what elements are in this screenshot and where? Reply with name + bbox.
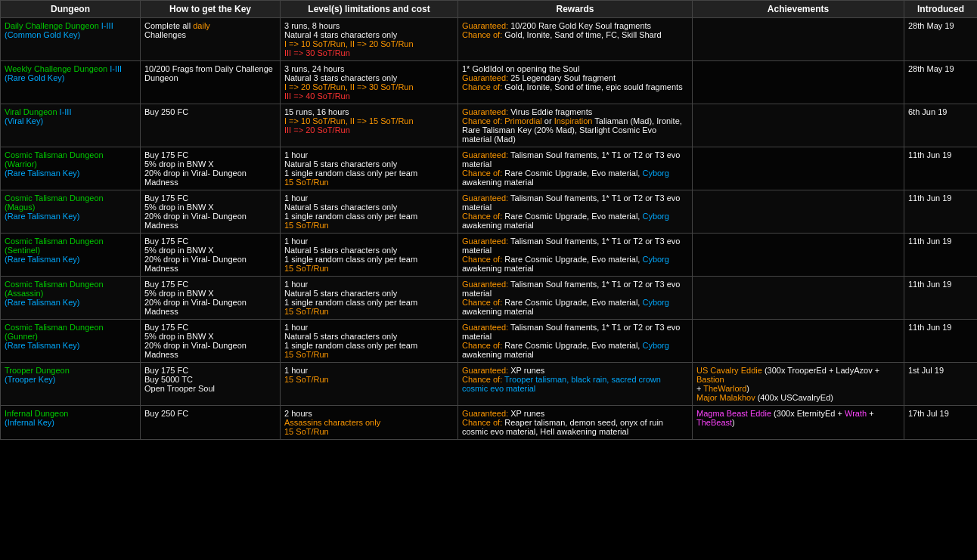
key-cell: Buy 250 FC bbox=[141, 406, 281, 440]
achievements-cell bbox=[693, 277, 904, 320]
introduced-cell: 28th May 19 bbox=[904, 61, 978, 104]
dungeon-cell: Daily Challenge Dungeon I-III(Common Gol… bbox=[1, 18, 141, 61]
header-rewards: Rewards bbox=[458, 1, 693, 18]
levels-cell: 3 runs, 8 hoursNatural 4 stars character… bbox=[281, 18, 458, 61]
levels-cell: 1 hourNatural 5 stars characters only1 s… bbox=[281, 147, 458, 190]
rewards-cell: Guaranteed: XP runesChance of: Reaper ta… bbox=[458, 406, 693, 440]
header-key: How to get the Key bbox=[141, 1, 281, 18]
rewards-cell: Guaranteed: XP runesChance of: Trooper t… bbox=[458, 363, 693, 406]
dungeon-cell: Cosmic Talisman Dungeon (Assassin)(Rare … bbox=[1, 277, 141, 320]
levels-cell: 15 runs, 16 hoursI => 10 SoT/Run, II => … bbox=[281, 104, 458, 147]
introduced-cell: 28th May 19 bbox=[904, 18, 978, 61]
rewards-cell: Guaranteed: Virus Eddie fragmentsChance … bbox=[458, 104, 693, 147]
key-cell: Buy 175 FC5% drop in BNW X20% drop in Vi… bbox=[141, 234, 281, 277]
table-row: Daily Challenge Dungeon I-III(Common Gol… bbox=[1, 18, 978, 61]
levels-cell: 2 hoursAssassins characters only15 SoT/R… bbox=[281, 406, 458, 440]
levels-cell: 1 hour15 SoT/Run bbox=[281, 363, 458, 406]
header-introduced: Introduced bbox=[904, 1, 978, 18]
levels-cell: 1 hourNatural 5 stars characters only1 s… bbox=[281, 190, 458, 234]
introduced-cell: 17th Jul 19 bbox=[904, 406, 978, 440]
introduced-cell: 11th Jun 19 bbox=[904, 234, 978, 277]
table-row: Viral Dungeon I-III(Viral Key)Buy 250 FC… bbox=[1, 104, 978, 147]
header-levels: Level(s) limitations and cost bbox=[281, 1, 458, 18]
key-cell: Buy 175 FC5% drop in BNW X20% drop in Vi… bbox=[141, 277, 281, 320]
key-cell: Buy 250 FC bbox=[141, 104, 281, 147]
key-cell: Buy 175 FC5% drop in BNW X20% drop in Vi… bbox=[141, 320, 281, 363]
rewards-cell: Guaranteed: Talisman Soul framents, 1* T… bbox=[458, 234, 693, 277]
achievements-cell bbox=[693, 104, 904, 147]
introduced-cell: 1st Jul 19 bbox=[904, 363, 978, 406]
dungeon-cell: Viral Dungeon I-III(Viral Key) bbox=[1, 104, 141, 147]
key-cell: Complete all dailyChallenges bbox=[141, 18, 281, 61]
dungeon-cell: Infernal Dungeon(Infernal Key) bbox=[1, 406, 141, 440]
dungeon-cell: Cosmic Talisman Dungeon (Warrior)(Rare T… bbox=[1, 147, 141, 190]
achievements-cell bbox=[693, 61, 904, 104]
levels-cell: 3 runs, 24 hoursNatural 3 stars characte… bbox=[281, 61, 458, 104]
header-dungeon: Dungeon bbox=[1, 1, 141, 18]
rewards-cell: Guaranteed: Talisman Soul framents, 1* T… bbox=[458, 147, 693, 190]
rewards-cell: 1* GoldIdol on opening the SoulGuarantee… bbox=[458, 61, 693, 104]
rewards-cell: Guaranteed: Talisman Soul framents, 1* T… bbox=[458, 277, 693, 320]
achievements-cell bbox=[693, 147, 904, 190]
key-cell: Buy 175 FC5% drop in BNW X20% drop in Vi… bbox=[141, 190, 281, 234]
table-row: Cosmic Talisman Dungeon (Warrior)(Rare T… bbox=[1, 147, 978, 190]
levels-cell: 1 hourNatural 5 stars characters only1 s… bbox=[281, 320, 458, 363]
introduced-cell: 6th Jun 19 bbox=[904, 104, 978, 147]
levels-cell: 1 hourNatural 5 stars characters only1 s… bbox=[281, 277, 458, 320]
achievements-cell bbox=[693, 234, 904, 277]
table-row: Trooper Dungeon(Trooper Key)Buy 175 FCBu… bbox=[1, 363, 978, 406]
achievements-cell: US Cavalry Eddie (300x TrooperEd + LadyA… bbox=[693, 363, 904, 406]
key-cell: Buy 175 FC5% drop in BNW X20% drop in Vi… bbox=[141, 147, 281, 190]
rewards-cell: Guaranteed: 10/200 Rare Gold Key Soul fr… bbox=[458, 18, 693, 61]
rewards-cell: Guaranteed: Talisman Soul framents, 1* T… bbox=[458, 190, 693, 234]
achievements-cell bbox=[693, 18, 904, 61]
table-row: Weekly Challenge Dungeon I-III(Rare Gold… bbox=[1, 61, 978, 104]
table-row: Cosmic Talisman Dungeon (Assassin)(Rare … bbox=[1, 277, 978, 320]
dungeon-cell: Cosmic Talisman Dungeon (Magus)(Rare Tal… bbox=[1, 190, 141, 234]
header-achievements: Achievements bbox=[693, 1, 904, 18]
table-row: Cosmic Talisman Dungeon (Gunner)(Rare Ta… bbox=[1, 320, 978, 363]
key-cell: Buy 175 FCBuy 5000 TCOpen Trooper Soul bbox=[141, 363, 281, 406]
dungeon-cell: Cosmic Talisman Dungeon (Gunner)(Rare Ta… bbox=[1, 320, 141, 363]
key-cell: 10/200 Frags from Daily Challenge Dungeo… bbox=[141, 61, 281, 104]
table-row: Cosmic Talisman Dungeon (Magus)(Rare Tal… bbox=[1, 190, 978, 234]
table-row: Infernal Dungeon(Infernal Key)Buy 250 FC… bbox=[1, 406, 978, 440]
dungeon-cell: Trooper Dungeon(Trooper Key) bbox=[1, 363, 141, 406]
dungeon-cell: Cosmic Talisman Dungeon (Sentinel)(Rare … bbox=[1, 234, 141, 277]
introduced-cell: 11th Jun 19 bbox=[904, 190, 978, 234]
dungeon-table: Dungeon How to get the Key Level(s) limi… bbox=[0, 0, 977, 440]
achievements-cell bbox=[693, 320, 904, 363]
dungeon-cell: Weekly Challenge Dungeon I-III(Rare Gold… bbox=[1, 61, 141, 104]
rewards-cell: Guaranteed: Talisman Soul framents, 1* T… bbox=[458, 320, 693, 363]
introduced-cell: 11th Jun 19 bbox=[904, 147, 978, 190]
achievements-cell bbox=[693, 190, 904, 234]
achievements-cell: Magma Beast Eddie (300x EternityEd + Wra… bbox=[693, 406, 904, 440]
levels-cell: 1 hourNatural 5 stars characters only1 s… bbox=[281, 234, 458, 277]
introduced-cell: 11th Jun 19 bbox=[904, 320, 978, 363]
table-header: Dungeon How to get the Key Level(s) limi… bbox=[1, 1, 978, 18]
introduced-cell: 11th Jun 19 bbox=[904, 277, 978, 320]
table-row: Cosmic Talisman Dungeon (Sentinel)(Rare … bbox=[1, 234, 978, 277]
